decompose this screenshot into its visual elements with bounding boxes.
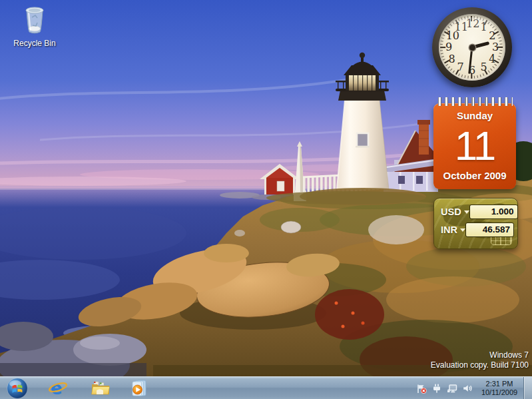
clock-face: 123456789101112 [439, 14, 505, 81]
currency-base-code: USD [441, 206, 461, 217]
currency-target-dropdown[interactable]: INR [441, 224, 465, 235]
currency-row-target: INR [441, 222, 511, 237]
windows-logo-icon [7, 378, 28, 399]
watermark-line2: Evaluation copy. Build 7100 [431, 360, 529, 370]
network-icon[interactable] [447, 383, 457, 394]
taskbar-clock[interactable]: 2:31 PM 10/11/2009 [477, 380, 521, 397]
show-desktop-button[interactable] [523, 377, 532, 399]
taskbar-date: 10/11/2009 [477, 388, 521, 397]
recycle-bin[interactable]: Recycle Bin [7, 5, 63, 48]
taskbar-windows-explorer[interactable] [91, 378, 111, 398]
taskbar-time: 2:31 PM [477, 380, 521, 388]
internet-explorer-icon: e [48, 378, 68, 398]
calendar-day: 11 [455, 125, 495, 167]
calendar-page: Sunday 11 October 2009 [433, 103, 516, 189]
recycle-bin-label: Recycle Bin [7, 39, 63, 48]
power-plug-icon[interactable] [431, 383, 442, 394]
currency-target-amount-input[interactable] [465, 222, 514, 237]
taskbar-windows-media-player[interactable] [131, 378, 150, 398]
windows-evaluation-watermark: Windows 7 Evaluation copy. Build 7100 [431, 350, 529, 370]
calendar-weekday: Sunday [457, 110, 493, 121]
currency-target-code: INR [441, 224, 457, 235]
watermark-line1: Windows 7 [431, 350, 529, 360]
media-player-icon [131, 378, 150, 398]
taskbar-internet-explorer[interactable]: e [48, 378, 68, 398]
volume-speaker-icon[interactable] [462, 383, 473, 394]
calendar-month-year: October 2009 [443, 170, 506, 181]
calendar-gadget[interactable]: Sunday 11 October 2009 [433, 97, 516, 189]
chevron-down-icon [464, 210, 469, 214]
desktop: Recycle Bin 123456789101112 Sunday 11 Oc… [0, 0, 532, 399]
taskbar: e [0, 376, 532, 399]
chevron-down-icon [460, 228, 465, 232]
calendar-spiral-binding [437, 97, 513, 106]
currency-base-dropdown[interactable]: USD [441, 206, 469, 217]
clock-hub [469, 45, 475, 51]
system-tray: 2:31 PM 10/11/2009 [416, 377, 521, 399]
currency-base-amount-input[interactable] [469, 204, 518, 219]
currency-row-base: USD [441, 204, 511, 219]
currency-converter-gadget[interactable]: USD INR [433, 198, 518, 249]
action-center-flag-icon[interactable] [416, 383, 427, 394]
start-button[interactable] [7, 378, 28, 399]
folder-icon [91, 378, 111, 398]
clock-gadget[interactable]: 123456789101112 [432, 7, 512, 87]
svg-text:e: e [51, 378, 63, 398]
recycle-bin-icon [21, 5, 48, 35]
